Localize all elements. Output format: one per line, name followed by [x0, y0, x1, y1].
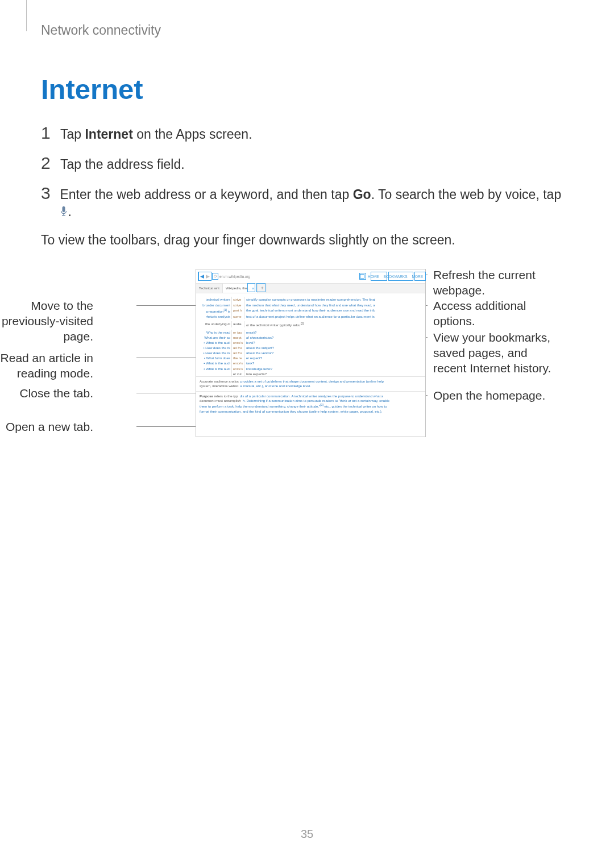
highlight-nav	[198, 272, 211, 281]
callout-reading-mode: Read an article in reading mode.	[0, 351, 93, 381]
callout-refresh: Refresh the current webpage.	[433, 268, 558, 298]
address-bar: ⟳ en.m.wikipedia.org	[214, 272, 364, 280]
browser-screenshot: ◀ ▶ ⟳ en.m.wikipedia.org HOME BOOKMARKS …	[196, 269, 426, 437]
highlight-refresh	[212, 273, 218, 280]
highlight-close-tab	[247, 283, 255, 292]
url-text: en.m.wikipedia.org	[219, 275, 250, 279]
page-number: 35	[0, 828, 614, 841]
text: .	[68, 204, 71, 219]
highlight-homepage	[371, 272, 387, 281]
browser-tab: Technical writ	[196, 284, 223, 293]
text: on the Apps screen.	[133, 127, 252, 142]
body-text: To view the toolbars, drag your finger d…	[41, 232, 567, 249]
page-title: Internet	[41, 73, 567, 105]
text: . To search the web by voice, tap	[371, 187, 562, 202]
highlight-reader	[359, 273, 366, 280]
callout-more-options: Access additional options.	[433, 298, 558, 329]
text: Enter the web address or a keyword, and …	[60, 187, 352, 202]
tab-row: Technical writ Wikipedia, the... × +	[196, 283, 425, 293]
text: Tap the address field.	[60, 157, 185, 172]
text: Tap	[60, 127, 85, 142]
step-number: 2	[41, 155, 60, 172]
callout-new-tab: Open a new tab.	[0, 420, 93, 435]
highlight-bookmarks	[388, 272, 413, 281]
step-text: Enter the web address or a keyword, and …	[60, 186, 567, 221]
highlight-new-tab	[256, 283, 265, 292]
step-3: 3 Enter the web address or a keyword, an…	[41, 185, 567, 221]
bold-term: Go	[353, 187, 371, 202]
section-header: Network connectivity	[41, 23, 567, 38]
step-1: 1 Tap Internet on the Apps screen.	[41, 124, 567, 143]
microphone-icon	[60, 206, 68, 217]
step-number: 1	[41, 124, 60, 142]
callout-close-tab: Close the tab.	[0, 386, 93, 401]
browser-diagram: Move to the previously-visited page. Rea…	[47, 265, 567, 442]
highlight-more	[414, 272, 426, 281]
bold-term: Internet	[85, 127, 132, 142]
step-text: Tap Internet on the Apps screen.	[60, 126, 252, 143]
step-2: 2 Tap the address field.	[41, 155, 567, 173]
leader-line	[136, 305, 201, 306]
step-text: Tap the address field.	[60, 156, 185, 173]
svg-rect-0	[63, 206, 65, 212]
callout-bookmarks-history: View your bookmarks, saved pages, and re…	[433, 330, 558, 376]
tab-label: Wikipedia, the...	[226, 286, 250, 290]
step-number: 3	[41, 185, 60, 202]
tab-label: Technical writ	[199, 286, 219, 290]
article-content: technical writersstrivesimplify complex …	[196, 293, 425, 416]
callout-previous-page: Move to the previously-visited page.	[0, 298, 93, 344]
callout-homepage: Open the homepage.	[433, 388, 558, 404]
